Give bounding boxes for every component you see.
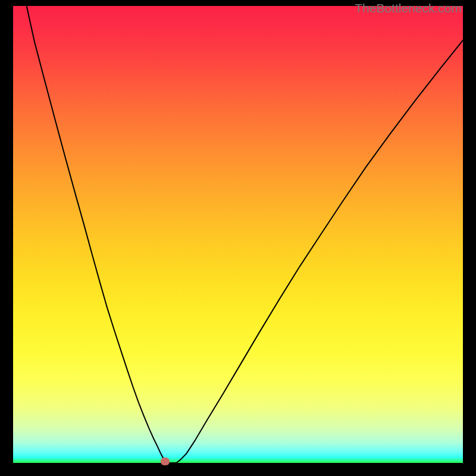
curve-plot xyxy=(13,6,463,463)
watermark: TheBottleneck.com xyxy=(355,1,462,15)
chart-frame: TheBottleneck.com xyxy=(13,6,463,463)
bottleneck-curve xyxy=(27,6,463,463)
optimal-marker xyxy=(161,458,170,465)
